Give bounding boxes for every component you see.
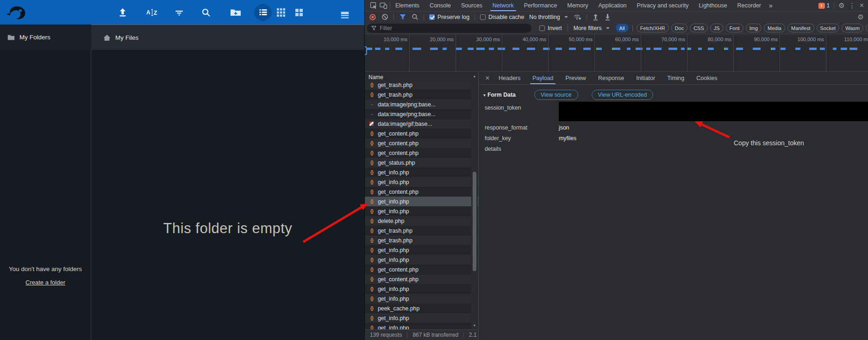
request-row[interactable]: {}get_content.php [365,129,478,138]
import-har-icon[interactable] [592,13,599,21]
tab-my-files[interactable]: My Files [91,25,364,50]
more-tabs-chevron[interactable]: » [766,0,775,11]
device-toolbar-icon[interactable] [380,2,387,9]
record-network-log-icon[interactable] [369,13,376,21]
chip-img[interactable]: Img [746,24,762,32]
details-tab-headers[interactable]: Headers [493,72,526,84]
view-url-encoded-button[interactable]: View URL-encoded [592,90,654,100]
chip-doc[interactable]: Doc [671,24,688,32]
devtools-tab-sources[interactable]: Sources [456,0,487,11]
filter-toggle-icon[interactable] [399,13,406,20]
chip-other[interactable]: Other [866,24,868,32]
request-row[interactable]: {}get_info.php [365,294,478,303]
close-details-icon[interactable]: × [482,74,493,82]
chip-css[interactable]: CSS [690,24,708,32]
devtools-kebab-menu-icon[interactable]: ⋮ [849,2,856,9]
upload-icon[interactable] [117,7,128,18]
request-row[interactable]: {}get_content.php [365,265,478,274]
request-list-scrollbar[interactable]: ▲ ▼ [471,72,478,340]
error-count-badge[interactable]: ! 1 [818,2,830,9]
request-row[interactable]: {}get_content.php [365,274,478,284]
request-row[interactable]: {}get_info.php [365,284,478,294]
network-overview-timeline[interactable]: 10,000 ms20,000 ms30,000 ms40,000 ms50,0… [365,34,868,72]
search-network-icon[interactable] [412,13,418,20]
request-row[interactable]: {}peek_cache.php [365,303,478,313]
preserve-log-checkbox[interactable] [429,14,435,20]
more-filters-button[interactable]: More filters [574,25,610,31]
export-har-icon[interactable] [604,13,611,21]
chip-fetch-xhr[interactable]: Fetch/XHR [637,24,669,32]
details-tab-cookies[interactable]: Cookies [690,72,723,84]
throttling-select[interactable]: No throttling [529,14,568,20]
invert-option[interactable]: Invert [539,25,562,31]
scroll-up-icon[interactable]: ▲ [471,74,478,78]
details-tab-timing[interactable]: Timing [661,72,690,84]
network-conditions-icon[interactable] [573,13,581,20]
details-tab-preview[interactable]: Preview [559,72,592,84]
request-row[interactable]: {}get_trash.php [365,80,478,90]
invert-checkbox[interactable] [539,25,545,31]
request-row[interactable]: {}get_info.php [365,197,478,206]
chip-font[interactable]: Font [726,24,743,32]
request-row[interactable]: {}get_info.php [365,313,478,323]
details-tab-payload[interactable]: Payload [526,72,559,84]
request-row[interactable]: {}get_content.php [365,148,478,158]
request-row[interactable]: {}get_trash.php [365,90,478,99]
network-settings-gear-icon[interactable]: ⚙ [858,13,868,21]
devtools-tab-elements[interactable]: Elements [390,0,425,11]
request-row[interactable]: --data:image/png;base... [365,99,478,109]
devtools-tab-performance[interactable]: Performance [519,0,562,11]
chip-all[interactable]: All [616,24,629,32]
devtools-tab-application[interactable]: Application [593,0,631,11]
chip-media[interactable]: Media [764,24,785,32]
search-icon[interactable] [200,7,212,18]
devtools-tab-network[interactable]: Network [487,0,519,11]
devtools-tab-privacy-and-security[interactable]: Privacy and security [632,0,694,11]
chip-wasm[interactable]: Wasm [842,24,863,32]
request-row[interactable]: --data:image/png;base... [365,109,478,119]
chip-manifest[interactable]: Manifest [787,24,814,32]
tile-view-icon[interactable] [294,7,304,18]
request-row[interactable]: {}get_info.php [365,167,478,177]
add-folder-icon[interactable] [230,7,242,18]
details-tab-initiator[interactable]: Initiator [630,72,661,84]
chip-socket[interactable]: Socket [817,24,840,32]
request-row[interactable]: {}get_info.php [365,255,478,265]
devtools-tab-console[interactable]: Console [425,0,456,11]
view-source-button[interactable]: View source [534,90,578,100]
disable-cache-option[interactable]: Disable cache [480,14,524,20]
filter-icon[interactable] [174,7,185,18]
request-row[interactable]: {}delete.php [365,216,478,226]
menu-icon[interactable] [341,11,349,14]
devtools-tab-recorder[interactable]: Recorder [732,0,766,11]
clear-network-log-icon[interactable] [381,13,388,20]
request-row[interactable]: {}get_info.php [365,177,478,187]
request-row[interactable]: {}get_trash.php [365,226,478,235]
devtools-tab-lighthouse[interactable]: Lighthouse [693,0,732,11]
grid-view-icon[interactable] [276,7,286,18]
request-row[interactable]: {}get_info.php [365,245,478,255]
request-row[interactable]: {}get_info.php [365,206,478,216]
request-row[interactable]: data:image/gif;base... [365,119,478,129]
collapse-triangle-icon[interactable]: ▾ [483,93,486,98]
inspect-element-icon[interactable] [370,2,377,9]
preserve-log-option[interactable]: Preserve log [429,14,469,20]
list-view-icon[interactable] [255,4,272,21]
disable-cache-checkbox[interactable] [480,14,486,20]
scroll-down-icon[interactable]: ▼ [471,324,478,327]
create-folder-link[interactable]: Create a folder [0,279,91,286]
request-row[interactable]: {}get_content.php [365,187,478,197]
details-tab-response[interactable]: Response [592,72,630,84]
request-row[interactable]: {}get_status.php [365,158,478,167]
devtools-settings-gear-icon[interactable]: ⚙ [838,1,844,10]
devtools-tab-memory[interactable]: Memory [562,0,593,11]
redacted-session-token-value[interactable] [559,102,868,121]
scrollbar-thumb[interactable] [473,172,476,271]
tab-my-folders[interactable]: My Folders [0,25,91,50]
sort-az-icon[interactable]: A Z [146,7,158,18]
devtools-close-icon[interactable]: × [860,1,864,10]
filter-input[interactable] [380,25,527,31]
request-row[interactable]: {}get_content.php [365,138,478,148]
request-row[interactable]: {}get_trash.php [365,235,478,245]
chip-js[interactable]: JS [710,24,724,32]
